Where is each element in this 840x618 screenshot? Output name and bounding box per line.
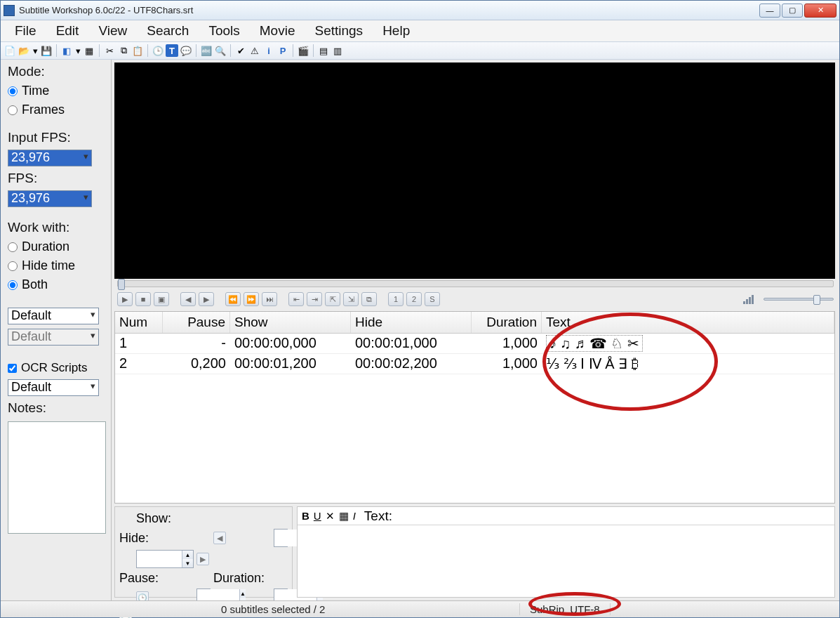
toolbar: 📄 📂 ▾ 💾 ◧ ▾ ▦ ✂ ⧉ 📋 🕒 T 💬 🔤 🔍 ✔ ⚠ i P 🎬 … — [1, 41, 839, 60]
new-icon[interactable]: 📄 — [4, 44, 16, 57]
copy-icon[interactable]: ⧉ — [117, 44, 130, 57]
bold-icon[interactable]: B — [302, 510, 309, 522]
syncS-button[interactable]: S — [425, 292, 440, 306]
minimize-button[interactable]: — — [759, 4, 780, 18]
warning-icon[interactable]: ⚠ — [248, 44, 261, 57]
play-button[interactable]: ▶ — [117, 292, 133, 306]
toolbar-sep — [196, 44, 196, 57]
save-icon[interactable]: 💾 — [40, 44, 53, 57]
prev-button[interactable]: ◀ — [180, 292, 196, 306]
text-area[interactable] — [298, 525, 834, 597]
ff2-button[interactable]: ⏭ — [262, 292, 277, 306]
text-icon[interactable]: T — [166, 44, 178, 57]
mode-time-label: Time — [22, 84, 49, 98]
col-hide[interactable]: Hide — [351, 312, 472, 333]
playbar: ▶ ■ ▣ ◀ ▶ ⏪ ⏩ ⏭ ⇤ ⇥ ⇱ ⇲ ⧉ 1 2 S — [117, 290, 834, 308]
mode-frames-radio[interactable] — [8, 105, 18, 115]
col-pause[interactable]: Pause — [163, 312, 230, 333]
mode-frames-label: Frames — [22, 103, 65, 117]
dropdown-icon[interactable]: ▾ — [32, 44, 39, 57]
app-icon — [4, 5, 15, 16]
work-hide-radio[interactable] — [8, 261, 18, 271]
menu-settings[interactable]: Settings — [305, 22, 373, 40]
work-both-radio[interactable] — [8, 280, 18, 290]
cell-hide: 00:00:01,000 — [351, 334, 472, 353]
menu-help[interactable]: Help — [373, 22, 420, 40]
notes-area[interactable] — [8, 421, 106, 534]
volume-slider[interactable] — [764, 298, 834, 301]
charset2-combo[interactable]: Default — [8, 329, 99, 346]
volume-thumb[interactable] — [813, 295, 820, 305]
film-icon[interactable]: 🎬 — [297, 44, 309, 57]
charset-combo[interactable]: Default — [8, 308, 99, 324]
p-icon[interactable]: P — [276, 44, 289, 57]
menu-edit[interactable]: Edit — [46, 22, 89, 40]
toolbar-sep — [56, 44, 57, 57]
hide-input[interactable]: ▲▼ — [136, 550, 194, 568]
close-button[interactable]: ✕ — [804, 4, 836, 18]
work-duration-radio[interactable] — [8, 242, 18, 252]
doc2-icon[interactable]: ▥ — [331, 44, 344, 57]
mark5-button[interactable]: ⧉ — [361, 292, 377, 306]
prev-sub-icon[interactable]: ◀ — [213, 532, 226, 544]
search-icon[interactable]: 🔍 — [214, 44, 227, 57]
menu-movie[interactable]: Movie — [250, 22, 305, 40]
italic-icon[interactable]: I — [353, 510, 356, 522]
step-button[interactable]: ▣ — [154, 292, 169, 306]
toolbar-sep — [293, 44, 293, 57]
sync1-button[interactable]: 1 — [388, 292, 404, 306]
input-fps-combo[interactable]: 23,976 — [8, 150, 92, 166]
show-input[interactable]: ▲▼ — [274, 529, 288, 547]
underline-icon[interactable]: U — [314, 510, 321, 522]
menu-view[interactable]: View — [88, 22, 137, 40]
ocr-check[interactable] — [8, 364, 17, 373]
duration-label: Duration: — [213, 571, 288, 586]
sync2-button[interactable]: 2 — [406, 292, 422, 306]
save2-icon[interactable]: ◧ — [60, 44, 73, 57]
menu-tools[interactable]: Tools — [199, 22, 249, 40]
translate-icon[interactable]: 🔤 — [200, 44, 213, 57]
table-row[interactable]: 2 0,200 00:00:01,200 00:00:02,200 1,000 … — [115, 354, 834, 374]
open-icon[interactable]: 📂 — [18, 44, 30, 57]
mark3-button[interactable]: ⇱ — [325, 292, 340, 306]
table-row[interactable]: 1 - 00:00:00,000 00:00:01,000 1,000 ♪ ♫ … — [115, 334, 834, 354]
mark4-button[interactable]: ⇲ — [343, 292, 359, 306]
menu-file[interactable]: File — [5, 22, 46, 40]
clear-icon[interactable]: ✕ — [326, 510, 335, 522]
cell-num: 1 — [115, 334, 163, 353]
sidebar: Mode: Time Frames Input FPS: 23,976 FPS:… — [1, 60, 112, 600]
chat-icon[interactable]: 💬 — [180, 44, 192, 57]
mark1-button[interactable]: ⇤ — [288, 292, 304, 306]
seekbar[interactable] — [117, 280, 834, 287]
clock-icon[interactable]: 🕒 — [152, 44, 164, 57]
cell-pause: - — [163, 334, 230, 353]
color-icon[interactable]: ▦ — [339, 510, 349, 522]
toolbar-sep — [230, 44, 231, 57]
maximize-button[interactable]: ▢ — [782, 4, 803, 18]
col-num[interactable]: Num — [115, 312, 163, 333]
fps-combo[interactable]: 23,976 — [8, 190, 92, 207]
paste-icon[interactable]: 📋 — [131, 44, 144, 57]
seek-thumb[interactable] — [118, 279, 125, 290]
ff-button[interactable]: ⏩ — [244, 292, 259, 306]
next-sub-icon[interactable]: ▶ — [196, 553, 209, 565]
next-button[interactable]: ▶ — [199, 292, 214, 306]
stop-button[interactable]: ■ — [135, 292, 151, 306]
mark2-button[interactable]: ⇥ — [307, 292, 322, 306]
dropdown2-icon[interactable]: ▾ — [74, 44, 81, 57]
doc1-icon[interactable]: ▤ — [317, 44, 330, 57]
ocr-combo[interactable]: Default — [8, 379, 99, 396]
mode-time-radio[interactable] — [8, 86, 18, 96]
input-fps-label: Input FPS: — [8, 130, 107, 145]
hide-label: Hide: — [119, 531, 194, 546]
subtitle-grid[interactable]: Num Pause Show Hide Duration Text 1 - 00… — [114, 311, 835, 504]
save3-icon[interactable]: ▦ — [83, 44, 95, 57]
col-show[interactable]: Show — [230, 312, 351, 333]
col-dur[interactable]: Duration — [472, 312, 542, 333]
col-text[interactable]: Text — [542, 312, 834, 333]
rew-button[interactable]: ⏪ — [225, 292, 241, 306]
menu-search[interactable]: Search — [137, 22, 199, 40]
info-icon[interactable]: i — [262, 44, 275, 57]
spellcheck-icon[interactable]: ✔ — [234, 44, 247, 57]
cut-icon[interactable]: ✂ — [103, 44, 116, 57]
